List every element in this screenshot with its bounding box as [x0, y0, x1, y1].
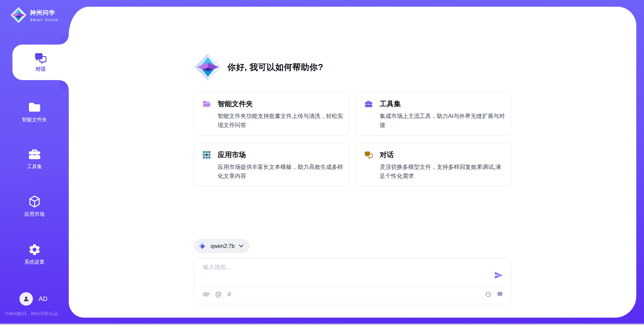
mention-button[interactable]: @	[215, 291, 222, 298]
brand-text: 神州问学 Smart Vision	[30, 9, 59, 22]
app-root: 神州问学 Smart Vision 对话 智能文件夹 工具集	[0, 0, 644, 325]
card-head: 工具集	[364, 99, 506, 109]
card-chat[interactable]: 对话 灵活切换多模型文件，支持多样回复效果调试,满足个性化需求	[356, 143, 511, 187]
card-smart-folder[interactable]: 智能文件夹 智能文件夹功能支持批量文件上传与清洗，轻松实现文件问答	[194, 92, 349, 136]
sidebar-item-label: 工具集	[27, 164, 42, 170]
topic-button[interactable]: #	[227, 291, 231, 298]
sidebar-item-smart-folder[interactable]: 智能文件夹	[0, 101, 69, 123]
chat-icon	[34, 52, 47, 64]
main-content: 你好, 我可以如何帮助你? 智能文件夹 智能文件夹功能支持批量文件上传与清洗，轻…	[194, 7, 511, 318]
person-icon	[22, 295, 30, 303]
at-icon: @	[215, 291, 222, 298]
card-app-market[interactable]: 应用市场 应用市场提供丰富长文本模板，助力高效生成多样化文章内容	[194, 143, 349, 187]
brand-subtitle: Smart Vision	[30, 18, 59, 22]
card-title: 应用市场	[218, 150, 246, 159]
composer-tools-left: @ #	[203, 291, 231, 298]
brand-name: 神州问学	[30, 9, 59, 17]
send-button[interactable]	[493, 270, 503, 280]
card-title: 工具集	[380, 99, 401, 109]
sidebar: 神州问学 Smart Vision 对话 智能文件夹 工具集	[0, 0, 69, 325]
card-title: 智能文件夹	[218, 99, 253, 109]
diamond-logo-icon	[194, 53, 222, 81]
composer-divider	[200, 286, 505, 286]
sidebar-item-settings[interactable]: 系统设置	[0, 243, 69, 265]
gear-icon	[28, 243, 41, 256]
model-selector[interactable]: qwen2:7b	[194, 239, 250, 253]
card-desc: 应用市场提供丰富长文本模板，助力高效生成多样化文章内容	[218, 162, 344, 181]
active-tab-fillet-bottom	[59, 80, 69, 89]
user-profile[interactable]: AD	[19, 292, 47, 306]
avatar	[19, 292, 33, 306]
new-chat-button[interactable]	[497, 291, 503, 298]
card-head: 对话	[364, 150, 506, 159]
send-icon	[494, 271, 503, 280]
card-desc: 智能文件夹功能支持批量文件上传与清洗，轻松实现文件问答	[218, 112, 344, 130]
feature-cards: 智能文件夹 智能文件夹功能支持批量文件上传与清洗，轻松实现文件问答 工具集 集成…	[194, 92, 511, 187]
card-head: 智能文件夹	[202, 99, 344, 109]
card-title: 对话	[380, 150, 394, 159]
model-name: qwen2:7b	[211, 243, 235, 249]
card-head: 应用市场	[202, 150, 344, 159]
history-button[interactable]	[485, 291, 492, 298]
main-panel: 你好, 我可以如何帮助你? 智能文件夹 智能文件夹功能支持批量文件上传与清洗，轻…	[69, 7, 636, 318]
folder-icon	[28, 101, 41, 114]
message-input[interactable]	[203, 263, 486, 283]
sidebar-item-label: 系统设置	[24, 259, 45, 265]
diamond-logo-icon	[198, 242, 207, 250]
chat-bubble-icon	[497, 291, 503, 298]
user-name: AD	[39, 295, 47, 303]
sidebar-item-label: 智能文件夹	[22, 117, 47, 123]
greeting: 你好, 我可以如何帮助你?	[194, 53, 323, 81]
copyright: ©神州数码 · 神州问学出品	[5, 311, 58, 317]
cube-icon	[28, 195, 41, 208]
card-desc: 集成市场上主流工具，助力AI与外界无缝扩展与对接	[380, 112, 506, 130]
briefcase-icon	[364, 100, 373, 108]
open-folder-icon	[202, 100, 211, 108]
hash-icon: #	[227, 291, 231, 298]
sidebar-item-chat[interactable]: 对话	[12, 45, 69, 80]
chevron-down-icon	[239, 245, 244, 248]
message-composer: @ #	[194, 258, 511, 304]
sidebar-item-label: 应用市场	[24, 211, 45, 217]
greeting-text: 你好, 我可以如何帮助你?	[227, 62, 323, 73]
card-toolset[interactable]: 工具集 集成市场上主流工具，助力AI与外界无缝扩展与对接	[356, 92, 511, 136]
briefcase-icon	[28, 147, 41, 161]
chat-icon	[364, 150, 373, 159]
app-grid-icon	[202, 150, 211, 159]
composer-tools-right	[485, 291, 503, 298]
sidebar-item-label: 对话	[36, 66, 46, 72]
sidebar-item-toolset[interactable]: 工具集	[0, 147, 69, 170]
active-tab-fillet-top	[59, 35, 69, 45]
sidebar-item-app-market[interactable]: 应用市场	[0, 195, 69, 217]
attach-button[interactable]	[203, 291, 209, 298]
paperclip-icon	[202, 290, 211, 299]
brand: 神州问学 Smart Vision	[10, 7, 59, 23]
card-desc: 灵活切换多模型文件，支持多样回复效果调试,满足个性化需求	[380, 162, 506, 181]
window-bottom-edge	[0, 324, 644, 325]
history-icon	[485, 291, 492, 298]
brand-logo-icon	[10, 7, 27, 23]
